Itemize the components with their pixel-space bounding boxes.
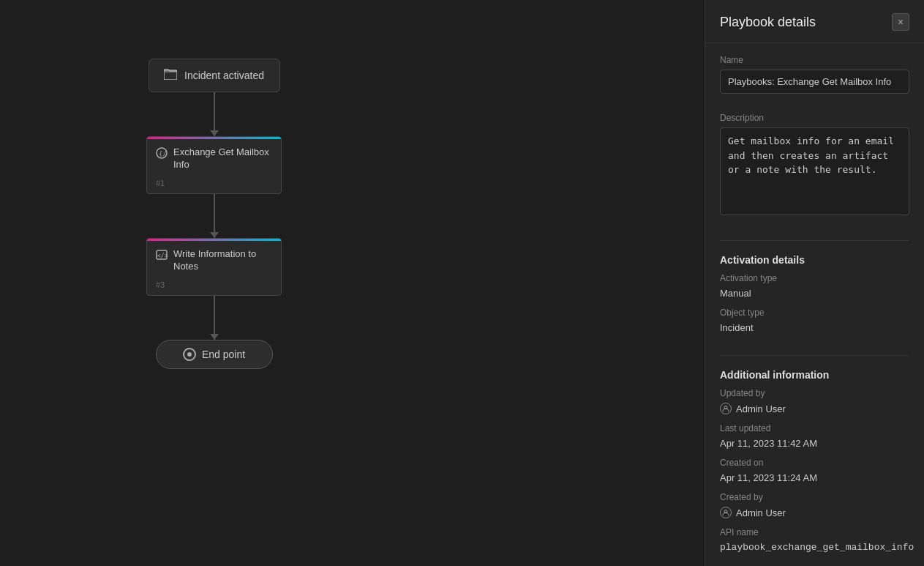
object-type-label: Object type — [720, 308, 909, 318]
script-node-label: Write Information to Notes — [173, 248, 272, 273]
close-icon: × — [898, 16, 904, 28]
incident-node[interactable]: Incident activated — [149, 59, 280, 92]
api-name-value: playbook_exchange_get_mailbox_info — [720, 542, 909, 553]
object-type-row: Object type Incident — [720, 308, 909, 333]
panel-header: Playbook details × — [705, 0, 924, 43]
api-name-row: API name playbook_exchange_get_mailbox_i… — [720, 527, 909, 553]
script-icon: </> — [156, 249, 168, 263]
divider-1 — [720, 240, 909, 241]
details-panel: Playbook details × Name Description Get … — [705, 0, 924, 566]
close-button[interactable]: × — [892, 13, 909, 31]
endpoint-icon — [183, 348, 196, 361]
connector-1 — [214, 92, 215, 136]
additional-section-title: Additional information — [720, 369, 909, 381]
description-field-group: Description Get mailbox info for an emai… — [720, 113, 909, 218]
function-node-label: Exchange Get Mailbox Info — [173, 146, 272, 171]
function-node-content: {/} Exchange Get Mailbox Info — [147, 139, 281, 176]
updated-by-label: Updated by — [720, 388, 909, 398]
function-node-number: #1 — [147, 176, 281, 193]
additional-section: Additional information Updated by Admin … — [720, 369, 909, 562]
created-by-row: Created by Admin User — [720, 492, 909, 518]
created-on-value: Apr 11, 2023 11:24 AM — [720, 472, 909, 483]
connector-2 — [214, 194, 215, 238]
script-node-content: </> Write Information to Notes — [147, 241, 281, 278]
api-name-label: API name — [720, 527, 909, 537]
created-on-row: Created on Apr 11, 2023 11:24 AM — [720, 458, 909, 483]
incident-node-label: Incident activated — [184, 70, 264, 81]
panel-body: Name Description Get mailbox info for an… — [705, 43, 924, 566]
script-node-number: #3 — [147, 278, 281, 295]
activation-type-value: Manual — [720, 288, 909, 299]
function-node[interactable]: {/} Exchange Get Mailbox Info #1 — [146, 136, 282, 194]
description-textarea[interactable]: Get mailbox info for an email and then c… — [720, 127, 909, 215]
name-label: Name — [720, 55, 909, 65]
endpoint-node-label: End point — [202, 349, 245, 360]
activation-section-title: Activation details — [720, 254, 909, 266]
svg-text:</>: </> — [157, 253, 168, 259]
updated-by-row: Updated by Admin User — [720, 388, 909, 414]
created-by-user-icon — [720, 507, 732, 518]
activation-type-row: Activation type Manual — [720, 273, 909, 299]
folder-icon — [164, 68, 177, 83]
last-updated-label: Last updated — [720, 423, 909, 433]
last-updated-value: Apr 11, 2023 11:42 AM — [720, 438, 909, 449]
updated-by-value: Admin User — [720, 403, 909, 414]
created-by-label: Created by — [720, 492, 909, 502]
script-node[interactable]: </> Write Information to Notes #3 — [146, 238, 282, 296]
last-updated-row: Last updated Apr 11, 2023 11:42 AM — [720, 423, 909, 449]
function-icon: {/} — [156, 147, 168, 161]
workflow-nodes: Incident activated {/} Exchange Get Mail… — [146, 59, 282, 369]
activation-type-label: Activation type — [720, 273, 909, 283]
description-label: Description — [720, 113, 909, 123]
workflow-canvas: Incident activated {/} Exchange Get Mail… — [0, 0, 705, 566]
svg-text:{/}: {/} — [159, 150, 168, 157]
panel-title: Playbook details — [720, 15, 816, 30]
divider-2 — [720, 355, 909, 356]
created-on-label: Created on — [720, 458, 909, 468]
name-field-group: Name — [720, 55, 909, 94]
connector-3 — [214, 296, 215, 340]
endpoint-node[interactable]: End point — [156, 340, 273, 369]
created-by-value: Admin User — [720, 507, 909, 518]
name-input[interactable] — [720, 70, 909, 94]
activation-section: Activation details Activation type Manua… — [720, 254, 909, 342]
updated-by-user-icon — [720, 403, 732, 414]
object-type-value: Incident — [720, 322, 909, 333]
